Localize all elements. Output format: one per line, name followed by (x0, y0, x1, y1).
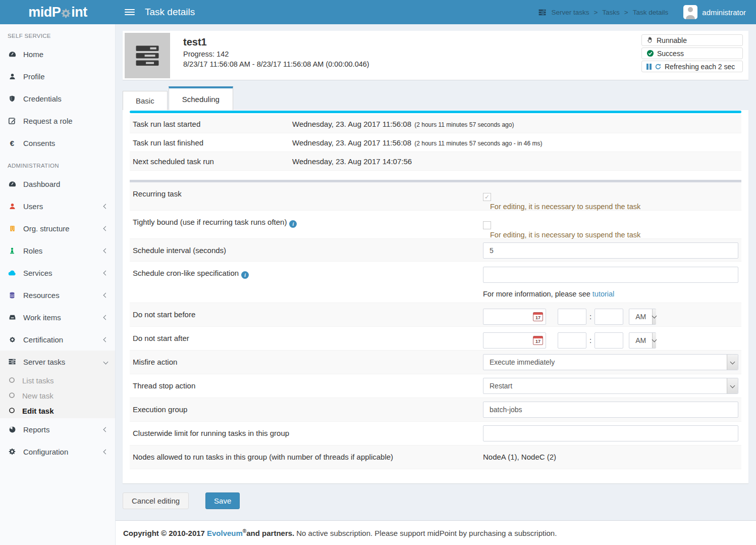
circle-icon (9, 407, 15, 415)
breadcrumb-tasks[interactable]: Tasks (602, 9, 620, 16)
cancel-editing-button[interactable]: Cancel editing (123, 492, 189, 509)
recurring-checkbox[interactable]: ✓ (483, 193, 491, 201)
user-icon (8, 73, 17, 80)
not-before-meridiem-select[interactable]: AM (629, 309, 656, 325)
sidebar-item-label: Users (23, 202, 43, 211)
sidebar-item-request-a-role[interactable]: Request a role (0, 110, 115, 132)
field-label: Thread stop action (130, 374, 483, 398)
refresh-toggle-badge[interactable]: Refreshing each 2 sec (641, 61, 743, 72)
chevron-down-icon (103, 359, 109, 364)
misfire-value: Execute immediately (483, 355, 727, 370)
sidebar-item-reports[interactable]: Reports (0, 418, 115, 440)
tightly-bound-checkbox[interactable] (483, 221, 491, 229)
not-before-minutes-input[interactable] (595, 309, 623, 325)
form-row-interval: Schedule interval (seconds) (130, 239, 741, 262)
sidebar-item-consents[interactable]: € Consents (0, 132, 115, 154)
save-button[interactable]: Save (205, 492, 240, 509)
circle-icon (9, 376, 15, 385)
form-row-cron: Schedule cron-like specificationi For mo… (130, 262, 741, 303)
tasks-icon (132, 41, 163, 70)
cron-help-text: For more information, please see tutoria… (483, 290, 738, 298)
sidebar-item-roles[interactable]: Roles (0, 239, 115, 262)
result-status-label: Success (657, 49, 684, 58)
midpoint-logo[interactable]: midPint (0, 0, 116, 24)
field-label: Schedule interval (seconds) (130, 239, 483, 261)
sidebar-item-label: Work items (23, 313, 61, 322)
info-value-main: Wednesday, 23. Aug 2017 14:07:56 (292, 157, 412, 166)
field-control (483, 398, 741, 421)
nodes-value: NodeA (1), NodeC (2) (483, 445, 741, 469)
suspend-note: For editing, it is necessary to suspend … (490, 203, 738, 211)
inbox-icon (8, 314, 17, 321)
thread-stop-action-select[interactable]: Restart (483, 378, 738, 394)
gear-logo-icon (60, 8, 72, 19)
chevron-left-icon (103, 427, 109, 432)
sidebar-item-configuration[interactable]: Configuration (0, 440, 115, 463)
select-arrow (727, 355, 738, 370)
field-label: Recurring task (130, 182, 483, 210)
euro-icon: € (8, 139, 17, 147)
not-before-hours-input[interactable] (558, 309, 586, 325)
breadcrumb-server-tasks[interactable]: Server tasks (551, 9, 589, 16)
not-after-meridiem-select[interactable]: AM (629, 332, 656, 349)
field-control (483, 422, 741, 445)
sidebar-item-org-structure[interactable]: Org. structure (0, 217, 115, 239)
user-menu[interactable]: administrator (683, 5, 746, 19)
info-value-note: (2 hours 11 minutes 57 seconds ago) (414, 121, 514, 128)
tasks-icon (8, 358, 17, 366)
info-icon[interactable]: i (241, 271, 249, 279)
table-row: Next scheduled task run Wednesday, 23. A… (130, 152, 741, 171)
tutorial-link[interactable]: tutorial (592, 290, 615, 298)
sidebar-item-label: Profile (23, 72, 45, 81)
top-navbar: midPint Task details Server tasks > Task… (0, 0, 756, 24)
execution-status-badge: Runnable (641, 34, 743, 46)
field-label: Do not start after (130, 327, 483, 350)
sidebar-item-dashboard[interactable]: Dashboard (0, 173, 115, 195)
tab-basic[interactable]: Basic (123, 91, 168, 110)
subscription-text: No active subscription. Please support m… (296, 529, 557, 537)
tab-scheduling[interactable]: Scheduling (169, 86, 233, 110)
cluster-limit-input[interactable] (483, 425, 738, 441)
date-field: 17 (483, 332, 546, 349)
brand-wrap: Evolveum® (207, 528, 246, 537)
sidebar-item-server-tasks[interactable]: Server tasks (0, 351, 115, 373)
info-icon[interactable]: i (289, 220, 297, 228)
sidebar-item-services[interactable]: Services (0, 262, 115, 284)
sidebar-item-edit-task[interactable]: Edit task (0, 403, 115, 418)
info-value-main: Wednesday, 23. Aug 2017 11:56:08 (292, 120, 411, 128)
sidebar-item-list-tasks[interactable]: List tasks (0, 373, 115, 388)
evolveum-link[interactable]: Evolveum (207, 529, 243, 537)
sidebar-item-work-items[interactable]: Work items (0, 306, 115, 328)
calendar-icon[interactable]: 17 (533, 312, 543, 321)
partners-text: and partners. (246, 529, 294, 537)
sidebar-item-profile[interactable]: Profile (0, 65, 115, 87)
cron-specification-input[interactable] (483, 267, 738, 283)
schedule-interval-input[interactable] (483, 242, 738, 259)
not-after-hours-input[interactable] (558, 332, 586, 349)
form-row-thread-stop: Thread stop action Restart (130, 374, 741, 398)
execution-group-input[interactable] (483, 402, 738, 418)
sidebar-item-credentials[interactable]: Credentials (0, 87, 115, 110)
not-after-minutes-input[interactable] (595, 332, 623, 349)
form-row-misfire: Misfire action Execute immediately (130, 351, 741, 374)
check-circle-icon (646, 49, 654, 57)
time-separator: : (589, 336, 591, 344)
sidebar-item-home[interactable]: Home (0, 43, 115, 65)
sidebar-item-users[interactable]: Users (0, 195, 115, 217)
task-status-badges: Runnable Success Refreshing each 2 sec (641, 31, 748, 80)
misfire-action-select[interactable]: Execute immediately (483, 354, 738, 370)
sidebar-item-certification[interactable]: Certification (0, 328, 115, 351)
sidebar-item-resources[interactable]: Resources (0, 284, 115, 306)
server-tasks-subtree: Server tasks List tasks New task Edit ta… (0, 351, 115, 418)
sidebar-item-new-task[interactable]: New task (0, 388, 115, 403)
date-field: 17 (483, 309, 546, 325)
form-row-execution-group: Execution group (130, 398, 741, 422)
field-label: Misfire action (130, 351, 483, 374)
calendar-icon[interactable]: 17 (533, 336, 543, 345)
form-row-recurring: Recurring task ✓ For editing, it is nece… (130, 182, 741, 211)
suspend-note: For editing, it is necessary to suspend … (490, 231, 738, 239)
seal-icon (8, 336, 17, 343)
refresh-icon (655, 63, 662, 70)
sidebar-toggle-button[interactable] (125, 9, 135, 15)
sidebar-item-label: Resources (23, 291, 60, 300)
